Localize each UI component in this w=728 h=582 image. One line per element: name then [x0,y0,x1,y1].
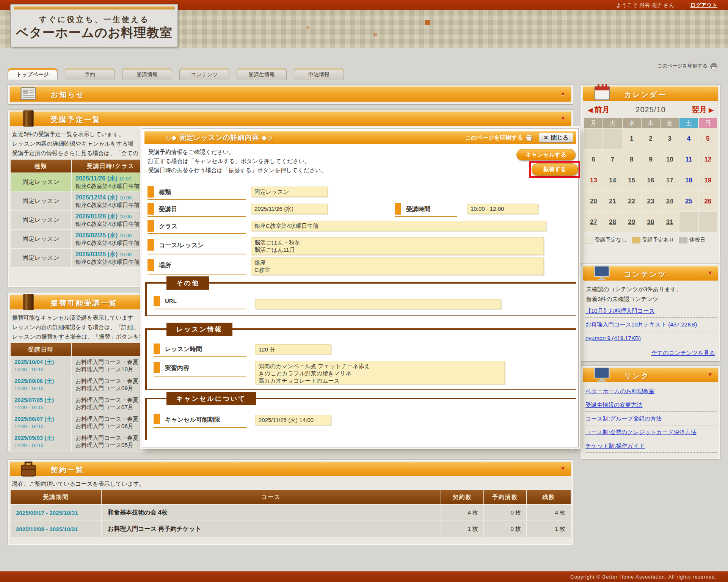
field-underline [147,254,246,254]
calendar-day-31[interactable]: 31 [661,212,679,232]
contract-period[interactable]: 2025/10/08 - 2025/10/31 [11,521,102,537]
field-bullet [147,203,154,215]
calendar-day-27[interactable]: 27 [584,212,602,232]
schedule-date[interactable]: 2026/03/25 (水) [75,251,118,257]
field-underline [154,356,246,357]
contract-period[interactable]: 2025/09/17 - 2025/10/31 [11,505,102,521]
calendar-day-8: 8 [623,149,641,169]
calendar-day-26[interactable]: 26 [699,191,717,211]
schedule-date[interactable]: 2025/12/24 (水) [75,194,118,201]
contents-toggle-icon[interactable] [707,270,713,276]
legend-label-none: 受講予定なし [595,237,627,243]
links-toggle-icon[interactable] [707,371,713,378]
cancel-button[interactable]: キャンセルする [516,149,576,160]
weekday-mon: 月 [584,118,602,128]
transfer-date[interactable]: 2025/07/05 (土) [14,397,54,403]
transfer-course: お料理入門コース・春夏 [75,435,138,441]
transfer-date[interactable]: 2025/06/07 (土) [14,416,54,422]
modal-intro-line: 受講予約情報をご確認ください。 [148,147,234,157]
legend-swatch-closed [679,237,687,243]
calendar-day-19[interactable]: 19 [699,170,717,190]
main-nav-tabs: トップページ 予約 受講情報 コンテンツ 受講生情報 申込情報 [8,68,344,80]
transfer-date[interactable]: 2025/05/03 (土) [14,435,54,441]
content-link[interactable]: nyumon 9 (419.17KB) [585,331,717,344]
content-link[interactable]: 【10月】お料理入門コース [585,304,717,318]
tab-reservation[interactable]: 予約 [65,68,115,80]
tab-course-info[interactable]: 受講情報 [122,68,172,80]
lesson-info-section-title: レッスン情報 [166,323,232,336]
printer-icon [710,63,717,69]
print-page-label: このページを印刷する [657,63,708,69]
schedule-date[interactable]: 2026/01/28 (水) [75,213,118,220]
calendar-grid: 1234567891011121314151617181920212223242… [583,129,718,232]
newspaper-icon [20,85,37,102]
contract-row[interactable]: 2025/10/08 - 2025/10/31 お料理入門コース 再予約チケット… [11,521,571,537]
schedule-toggle-icon[interactable] [560,115,566,121]
lesson-info-section: レッスン情報 レッスン時間 120 分 実習内容 鶏肉のカマンベール煮 フェット… [145,328,576,390]
tab-student-info[interactable]: 受講生情報 [237,68,287,80]
external-link[interactable]: 受講生情報の変更方法 [585,398,717,412]
transfer-date[interactable]: 2025/10/04 (土) [14,359,54,365]
calendar-day-18[interactable]: 18 [679,170,698,190]
course-value-line: 脳活ごはん11月 [254,246,540,253]
calendar-day-25[interactable]: 25 [679,191,698,211]
external-link[interactable]: チケット制:操作ガイド [585,439,717,453]
practice-value-line: 鶏肉のカマンベール煮 フェットチーネ添え [259,362,501,370]
contract-course: お料理入門コース 再予約チケット [102,521,441,537]
transfer-time: 14:00 - 16:15 [14,386,44,391]
tab-contents[interactable]: コンテンツ [179,68,229,80]
external-link[interactable]: コース制:グループ登録の方法 [585,412,717,425]
transfer-lesson: お料理入門コース10月 [75,366,133,372]
calendar-day-15[interactable]: 15 [623,170,641,190]
calendar-day-20[interactable]: 20 [584,191,602,211]
calendar-day-28[interactable]: 28 [603,212,621,232]
transfer-button[interactable]: 振替する [532,163,578,176]
contract-contracted: 1 枚 [441,521,484,537]
calendar-day-30[interactable]: 30 [642,212,660,232]
welcome-message: ようこそ 渋谷 花子 さん [616,2,675,9]
calendar-day-23[interactable]: 23 [642,191,660,211]
calendar-day-24[interactable]: 24 [661,191,679,211]
content-link[interactable]: お料理入門コース10月テキスト (437.22KB) [585,318,717,331]
schedule-class: 銀座C教室第4水曜日午前 [75,259,140,265]
calendar-day-4: 4 [679,129,698,149]
site-logo[interactable]: すぐに役立ち、一生使える ベターホームのお料理教室 [10,4,178,47]
print-page-link[interactable]: このページを印刷する [657,63,717,69]
logout-link[interactable]: ログアウト [690,2,717,9]
next-month-button[interactable]: 翌月 [692,105,714,115]
modal-title: ◇◆ 固定レッスンの詳細内容 ◆◇ [166,133,465,142]
calendar-panel: カレンダー 前月 2025/10 翌月 月 火 水 木 金 土 日 123456… [581,84,720,264]
external-link[interactable]: ベターホームのお料理教室 [585,384,717,398]
modal-print-label: このページを印刷する [465,134,523,141]
transfer-date[interactable]: 2025/09/06 (土) [14,378,54,384]
news-title: お知らせ [51,90,85,100]
prev-month-button[interactable]: 前月 [588,105,610,115]
schedule-type: 固定レッスン [11,230,72,249]
schedule-date[interactable]: 2026/02/25 (水) [75,232,118,238]
calendar-day-16[interactable]: 16 [642,170,660,190]
schedule-date[interactable]: 2025/11/26 (水) [75,175,117,182]
contents-panel: コンテンツ 未確認のコンテンツが3件あります。 新着3件の未確認コンテンツ 【1… [581,264,720,362]
contract-row[interactable]: 2025/09/17 - 2025/10/31 和食基本技術の会 4枚 4 枚 … [11,505,571,521]
calendar-day-14[interactable]: 14 [603,170,621,190]
monitor-icon [593,264,610,282]
url-value [255,299,501,309]
calendar-day-9: 9 [642,149,660,169]
calendar-day-17[interactable]: 17 [661,170,679,190]
news-toggle-icon[interactable] [560,90,566,96]
tab-application-info[interactable]: 申込情報 [294,68,344,80]
weekday-tue: 火 [603,118,621,128]
external-link[interactable]: コース制:会費のクレジットカード決済方法 [585,425,717,439]
see-all-contents-link[interactable]: 全てのコンテンツを見る [586,350,715,357]
schedule-class: 銀座C教室第4水曜日午前 [75,221,140,227]
modal-print-link[interactable]: このページを印刷する [465,134,533,141]
contracts-toggle-icon[interactable] [560,465,566,472]
links-panel: リンク ベターホームのお料理教室 受講生情報の変更方法 コース制:グループ登録の… [581,366,720,460]
calendar-day-21[interactable]: 21 [603,191,621,211]
calendar-day-22[interactable]: 22 [623,191,641,211]
close-button[interactable]: 閉じる [539,133,573,143]
calendar-day-29[interactable]: 29 [623,212,641,232]
tab-top-page[interactable]: トップページ [8,68,58,80]
contracts-title: 契約一覧 [51,465,84,475]
schedule-time: 10:00 - [119,195,135,201]
